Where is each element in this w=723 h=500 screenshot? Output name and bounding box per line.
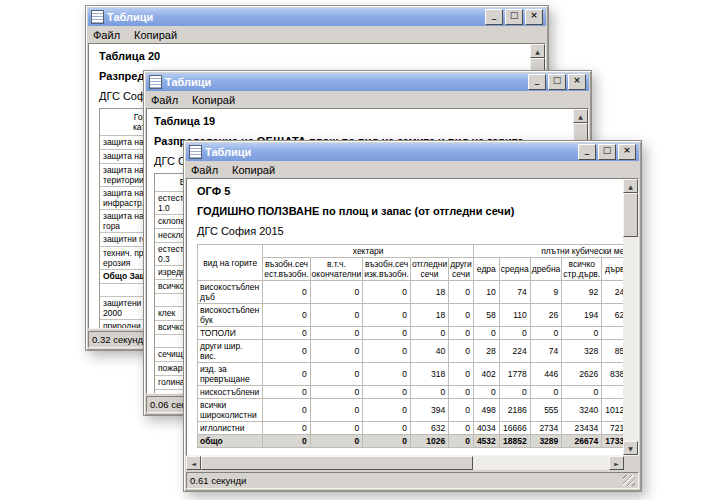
window-title: Таблици [205, 146, 251, 158]
row-label: нискостъблени [198, 386, 263, 399]
cell-value: 74 [530, 340, 562, 363]
row-label: общо [198, 435, 263, 448]
close-button[interactable]: × [618, 144, 636, 160]
cell-value: 3289 [530, 435, 562, 448]
content-area: ОГФ 5 ГОДИШНО ПОЛЗВАНЕ по площ и запас (… [186, 178, 639, 456]
status-bar: 0.61 секунди [186, 472, 639, 489]
cell-value: 0 [310, 281, 363, 304]
cell-value: 0 [410, 327, 448, 340]
cell-value: 16666 [499, 422, 530, 435]
close-button[interactable]: × [525, 9, 543, 25]
cell-value: 328 [562, 340, 602, 363]
table-row: други шир. вис.0004002822474328858201206 [198, 340, 640, 363]
cell-value: 18852 [499, 435, 530, 448]
column-header: отгледни сечи [410, 258, 448, 281]
cell-value: 0 [562, 327, 602, 340]
cell-value: 0 [310, 422, 363, 435]
cell-value: 0 [363, 304, 411, 327]
cell-value: 446 [530, 363, 562, 386]
cell-value: 40 [410, 340, 448, 363]
cell-value: 28 [473, 340, 499, 363]
cell-value: 0 [310, 340, 363, 363]
cell-value: 0 [363, 422, 411, 435]
row-label: изд. за превръщане [198, 363, 263, 386]
titlebar[interactable]: Таблици _ □ × [146, 73, 589, 91]
cell-value: 0 [530, 327, 562, 340]
cell-value: 1026 [410, 435, 448, 448]
cell-value: 0 [310, 304, 363, 327]
cell-value: 18 [410, 304, 448, 327]
cell-value: 4034 [473, 422, 499, 435]
cell-value: 3240 [562, 399, 602, 422]
menu-file[interactable]: Файл [191, 164, 218, 176]
menu-copy[interactable]: Копирай [134, 29, 177, 41]
titlebar[interactable]: Таблици _ □ × [186, 143, 639, 161]
column-header: други сечи [449, 258, 474, 281]
horizontal-scrollbar[interactable]: ◄ ► [186, 456, 639, 470]
cell-value: 26 [530, 304, 562, 327]
menu-file[interactable]: Файл [93, 29, 120, 41]
table-document-icon [91, 10, 104, 24]
cell-value: 0 [449, 281, 474, 304]
cell-value: 1778 [499, 363, 530, 386]
cell-value: 0 [449, 399, 474, 422]
scrollbar-thumb[interactable] [201, 456, 473, 470]
column-header: средна [499, 258, 530, 281]
table-row: високостъблен дъб00018010749922486346 [198, 281, 640, 304]
scrollbar-track[interactable] [473, 456, 609, 470]
cell-value: 0 [310, 327, 363, 340]
maximize-button[interactable]: □ [598, 144, 616, 160]
titlebar[interactable]: Таблици _ □ × [88, 8, 546, 26]
window-ogf-5: Таблици _ □ × Файл Копирай ОГФ 5 ГОДИШНО… [183, 140, 642, 492]
report-subject: ДГС София 2015 [197, 225, 628, 237]
cell-value: 0 [263, 422, 310, 435]
menu-copy[interactable]: Копирай [232, 164, 275, 176]
cell-value: 9 [530, 281, 562, 304]
scroll-up-icon[interactable]: ▲ [573, 109, 588, 123]
minimize-button[interactable]: _ [578, 144, 596, 160]
cell-value: 26674 [562, 435, 602, 448]
cell-value: 0 [310, 399, 363, 422]
cell-value: 23434 [562, 422, 602, 435]
scroll-left-icon[interactable]: ◄ [186, 456, 201, 470]
minimize-button[interactable]: _ [528, 74, 546, 90]
scroll-up-icon[interactable]: ▲ [530, 44, 545, 58]
cell-value: 0 [363, 399, 411, 422]
close-button[interactable]: × [568, 74, 586, 90]
cell-value: 0 [449, 386, 474, 399]
menubar: Файл Копирай [86, 26, 548, 43]
maximize-button[interactable]: □ [505, 9, 523, 25]
cell-value: 0 [449, 363, 474, 386]
cell-value: 0 [363, 363, 411, 386]
scroll-right-icon[interactable]: ► [609, 456, 624, 470]
cell-value: 194 [562, 304, 602, 327]
row-label: други шир. вис. [198, 340, 263, 363]
report-number: ОГФ 5 [197, 185, 628, 197]
window-title: Таблици [165, 76, 211, 88]
row-label: всички широколистни [198, 399, 263, 422]
vertical-scrollbar[interactable]: ▲ ▼ [623, 179, 638, 455]
scroll-down-icon[interactable]: ▼ [623, 441, 638, 455]
report-title: ГОДИШНО ПОЛЗВАНЕ по площ и запас (от отг… [197, 205, 628, 217]
cell-value: 0 [363, 281, 411, 304]
cell-value: 394 [410, 399, 448, 422]
scrollbar-thumb[interactable] [623, 193, 638, 237]
minimize-button[interactable]: _ [485, 9, 503, 25]
cell-value: 402 [473, 363, 499, 386]
menu-copy[interactable]: Копирай [192, 94, 235, 106]
row-label: високостъблен дъб [198, 281, 263, 304]
cell-value: 0 [263, 399, 310, 422]
column-header: едра [473, 258, 499, 281]
cell-value: 0 [263, 281, 310, 304]
cell-value: 74 [499, 281, 530, 304]
column-group-header: хектари [263, 245, 474, 258]
report-number: Таблица 20 [99, 50, 535, 62]
cell-value: 0 [263, 304, 310, 327]
table-row: иглолистни000632040341666627342343472101… [198, 422, 640, 435]
resize-grip[interactable] [623, 475, 635, 486]
cell-value: 632 [410, 422, 448, 435]
maximize-button[interactable]: □ [548, 74, 566, 90]
cell-value: 0 [449, 327, 474, 340]
scroll-up-icon[interactable]: ▲ [623, 179, 638, 193]
menu-file[interactable]: Файл [151, 94, 178, 106]
